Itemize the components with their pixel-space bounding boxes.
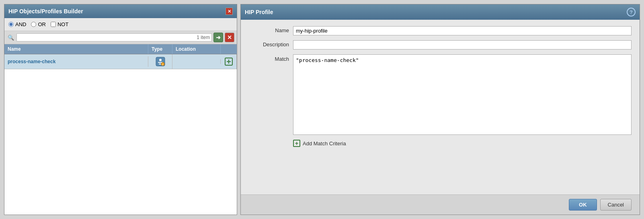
ok-button[interactable]: OK [569,199,597,211]
right-panel: HIP Profile ? Name Description Match "pr… [240,4,640,215]
col-header-action [221,44,237,54]
hip-object-icon: ! [156,57,165,66]
main-container: HIP Objects/Profiles Builder ✕ AND OR NO… [0,0,644,219]
not-checkbox-label[interactable]: NOT [51,21,68,27]
right-panel-body: Name Description Match "process-name-che… [241,20,640,194]
name-label: Name [249,26,289,33]
help-icon[interactable]: ? [627,8,636,17]
and-radio[interactable] [8,22,14,27]
match-textarea[interactable]: "process-name-check" [293,54,632,135]
description-label: Description [249,40,289,48]
remove-button[interactable]: ✕ [225,33,234,42]
search-icon: 🔍 [7,33,15,41]
footer: OK Cancel [241,194,640,215]
cancel-button[interactable]: Cancel [600,199,632,211]
left-panel-title: HIP Objects/Profiles Builder [8,8,83,14]
or-label: OR [38,21,46,27]
name-input[interactable] [293,26,632,35]
row-location [172,59,221,64]
row-add-cell [221,54,237,69]
close-button[interactable]: ✕ [226,8,233,15]
left-panel: HIP Objects/Profiles Builder ✕ AND OR NO… [4,4,237,215]
and-radio-label[interactable]: AND [8,21,26,27]
add-row-button[interactable] [224,57,233,66]
description-input[interactable] [293,40,632,50]
right-panel-title: HIP Profile [245,9,273,15]
left-panel-header: HIP Objects/Profiles Builder ✕ [4,4,237,18]
table-body: process-name-check ! [4,54,237,134]
add-match-icon[interactable]: + [293,140,300,147]
or-radio-label[interactable]: OR [31,21,46,27]
match-row: Match "process-name-check" [249,54,632,135]
col-header-type: Type [148,44,172,54]
arrow-button[interactable]: ➜ [213,33,223,42]
logic-row: AND OR NOT [4,18,237,31]
svg-text:!: ! [162,63,163,66]
col-header-location: Location [172,44,221,54]
not-checkbox[interactable] [51,22,56,27]
table-header: Name Type Location [4,44,237,54]
add-match-label[interactable]: Add Match Criteria [303,140,346,147]
not-label: NOT [57,21,68,27]
table-row[interactable]: process-name-check ! [4,54,237,69]
add-match-row: + Add Match Criteria [249,140,632,147]
svg-point-1 [159,59,162,61]
description-row: Description [249,40,632,50]
row-type: ! [148,54,172,69]
or-radio[interactable] [31,22,36,27]
col-header-name: Name [4,44,148,54]
search-row: 🔍 ➜ ✕ [4,31,237,44]
empty-area [4,134,237,215]
name-row: Name [249,26,632,35]
row-name: process-name-check [4,56,148,67]
right-panel-header: HIP Profile ? [241,4,640,20]
search-input[interactable] [16,33,212,41]
and-label: AND [15,21,26,27]
match-label: Match [249,54,289,62]
